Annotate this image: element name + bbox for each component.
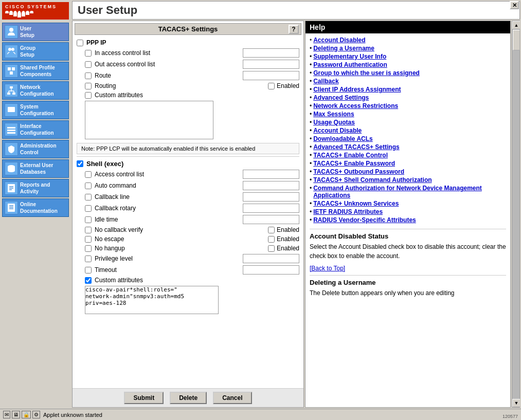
routing-enabled-checkbox[interactable]: [268, 83, 275, 89]
shell-textarea[interactable]: cisco-av-pair*shell:roles=" network-admi…: [85, 286, 219, 314]
priv-level-checkbox[interactable]: [85, 255, 92, 262]
help-link-item: • TACACS+ Enable Control: [310, 152, 506, 159]
no-escape-enabled[interactable]: [268, 236, 275, 243]
help-link-advanced-tacacs[interactable]: Advanced TACACS+ Settings: [313, 143, 399, 151]
route-input[interactable]: [243, 71, 299, 80]
help-link-supplementary[interactable]: Supplementary User Info: [313, 53, 386, 60]
help-link-usage-quotas[interactable]: Usage Quotas: [313, 119, 355, 126]
shell-checkbox[interactable]: [77, 160, 83, 167]
submit-button[interactable]: Submit: [124, 392, 164, 404]
sidebar-item-shared-profile[interactable]: Shared ProfileComponents: [2, 62, 69, 80]
no-callback-verify-enabled[interactable]: [268, 227, 275, 233]
svg-rect-15: [7, 130, 15, 131]
nav-label: NetworkConfiguration: [20, 84, 54, 97]
help-icon-button[interactable]: ?: [289, 25, 299, 34]
idle-time-input[interactable]: [243, 215, 299, 224]
back-to-top-link[interactable]: [Back to Top]: [310, 265, 345, 272]
callback-rotary-checkbox[interactable]: [85, 205, 92, 212]
scroll-thumb[interactable]: [513, 30, 520, 50]
scroll-down-button[interactable]: ▼: [512, 399, 520, 407]
status-bar: ✉ 🖥 🔒 ⚙ Applet unknown started 120577: [0, 409, 521, 420]
help-link-tacacs-enable-password[interactable]: TACACS+ Enable Password: [313, 160, 395, 167]
sidebar-item-group-setup[interactable]: GroupSetup: [2, 42, 69, 61]
ppp-ip-checkbox[interactable]: [77, 40, 83, 46]
close-button[interactable]: ✕: [510, 1, 519, 9]
help-link-ietf-radius[interactable]: IETF RADIUS Attributes: [313, 208, 383, 215]
svg-rect-13: [8, 107, 15, 112]
sidebar-item-admin-control[interactable]: AdministrationControl: [2, 140, 69, 158]
settings-panel: TACACS+ Settings ? PPP IP: [72, 21, 304, 408]
sidebar-item-reports[interactable]: Reports andActivity: [2, 179, 69, 197]
routing-checkbox[interactable]: [85, 83, 92, 89]
no-escape-checkbox[interactable]: [85, 236, 92, 243]
settings-header: TACACS+ Settings ?: [75, 23, 301, 35]
ppp-textarea[interactable]: [85, 101, 213, 139]
help-link-tacacs-unknown[interactable]: TACACS+ Unknown Services: [313, 200, 399, 207]
cisco-logo: CISCO SYSTEMS: [2, 2, 69, 20]
acl-checkbox[interactable]: [85, 171, 92, 178]
help-link-account-disabled[interactable]: Account Disabled: [313, 36, 365, 44]
status-icons: ✉ 🖥 🔒 ⚙: [3, 411, 40, 418]
svg-rect-16: [7, 132, 15, 134]
sidebar-item-online-docs[interactable]: OnlineDocumentation: [2, 198, 69, 217]
help-link-advanced-settings[interactable]: Advanced Settings: [313, 94, 369, 101]
no-hangup-checkbox[interactable]: [85, 245, 92, 252]
help-link-callback[interactable]: Callback: [313, 78, 338, 85]
help-link-password-auth[interactable]: Password Authentication: [313, 61, 387, 68]
svg-point-0: [9, 28, 13, 32]
enabled-label-3: Enabled: [277, 245, 299, 252]
priv-level-input[interactable]: [243, 254, 299, 263]
help-link-tacacs-enable-control[interactable]: TACACS+ Enable Control: [313, 152, 388, 159]
in-acl-input[interactable]: [243, 48, 299, 58]
out-acl-checkbox[interactable]: [85, 61, 92, 68]
callback-line-checkbox[interactable]: [85, 194, 92, 200]
auto-cmd-input[interactable]: [243, 181, 299, 190]
envelope-icon: ✉: [3, 411, 10, 418]
help-link-item: • TACACS+ Shell Command Authorization: [310, 176, 506, 184]
help-link-account-disable[interactable]: Account Disable: [313, 127, 362, 134]
cancel-button[interactable]: Cancel: [213, 392, 251, 404]
scroll-up-button[interactable]: ▲: [512, 21, 520, 29]
system-icon: [5, 103, 18, 117]
acl-input[interactable]: [243, 170, 299, 179]
custom-attr-shell-checkbox[interactable]: [85, 277, 92, 284]
no-hangup-enabled[interactable]: [268, 245, 275, 252]
help-link-max-sessions[interactable]: Max Sessions: [313, 111, 354, 118]
help-link-item: • Max Sessions: [310, 111, 506, 118]
help-link-downloadable-acls[interactable]: Downloadable ACLs: [313, 135, 373, 142]
main-window: ✕ CISCO SYSTEMS: [0, 0, 521, 420]
custom-attr-ppp-checkbox[interactable]: [85, 92, 92, 99]
sidebar-item-network-config[interactable]: NetworkConfiguration: [2, 81, 69, 100]
help-link-group-assigned[interactable]: Group to which the user is assigned: [313, 69, 420, 77]
timeout-input[interactable]: [243, 265, 299, 275]
help-link-item: • Command Authorization for Network Devi…: [310, 185, 506, 199]
help-link-client-ip[interactable]: Client IP Address Assignment: [313, 86, 401, 93]
auto-cmd-checkbox[interactable]: [85, 182, 92, 189]
delete-button[interactable]: Delete: [170, 392, 207, 404]
help-link-network-access[interactable]: Network Access Restrictions: [313, 102, 398, 109]
in-acl-checkbox[interactable]: [85, 50, 92, 57]
callback-rotary-label: Callback rotary: [95, 205, 240, 212]
help-link-radius-vendor[interactable]: RADIUS Vendor-Specific Attributes: [313, 216, 416, 224]
help-link-item: • Password Authentication: [310, 61, 506, 68]
docs-icon: [5, 201, 18, 214]
sidebar-item-user-setup[interactable]: UserSetup: [2, 23, 69, 41]
sidebar-item-system-config[interactable]: SystemConfiguration: [2, 101, 69, 119]
callback-line-input[interactable]: [243, 192, 299, 202]
help-link-deleting-username[interactable]: Deleting a Username: [313, 45, 374, 52]
callback-rotary-input[interactable]: [243, 204, 299, 213]
help-link-cmd-auth-network[interactable]: Command Authorization for Network Device…: [313, 185, 506, 199]
route-checkbox[interactable]: [85, 72, 92, 79]
idle-time-checkbox[interactable]: [85, 216, 92, 223]
timeout-checkbox[interactable]: [85, 267, 92, 273]
no-callback-verify-checkbox[interactable]: [85, 227, 92, 233]
help-link-tacacs-outbound-password[interactable]: TACACS+ Outbound Password: [313, 168, 404, 175]
out-acl-input[interactable]: [243, 60, 299, 69]
network-icon: [5, 84, 18, 97]
sidebar-item-interface-config[interactable]: InterfaceConfiguration: [2, 120, 69, 139]
nav-label: OnlineDocumentation: [20, 201, 58, 214]
help-section-account-disabled: Account Disabled Status Select the Accou…: [310, 232, 506, 272]
help-link-tacacs-shell-cmd-auth[interactable]: TACACS+ Shell Command Authorization: [313, 176, 432, 184]
sidebar-item-external-db[interactable]: External UserDatabases: [2, 159, 69, 178]
timeout-label: Timeout: [95, 266, 240, 273]
